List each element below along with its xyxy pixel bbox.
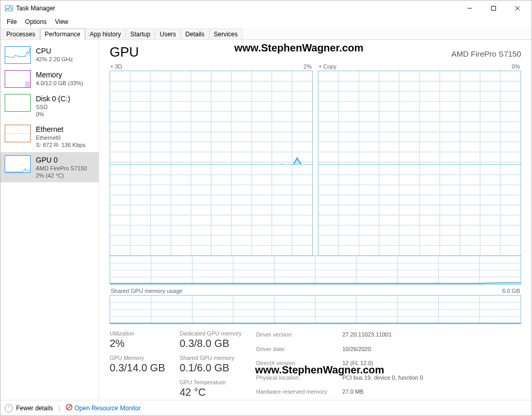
sidebar-gpu0-sub1: AMD FirePro S7150: [36, 165, 87, 172]
driver-date-v: 10/26/2020: [342, 345, 371, 354]
tab-details[interactable]: Details: [181, 29, 209, 40]
svg-line-104: [67, 405, 71, 409]
driver-version-v: 27.20.11023.11001: [342, 330, 392, 340]
tabs: Processes Performance App history Startu…: [1, 28, 531, 40]
open-resource-monitor-link[interactable]: Open Resource Monitor: [65, 404, 141, 412]
maximize-button[interactable]: [482, 1, 506, 16]
watermark-text-2: www.StephenWagner.com: [255, 364, 384, 376]
sidebar-disk0-sub2: 0%: [36, 111, 70, 118]
gpu-memory-value: 0.3/14.0 GB: [110, 362, 165, 374]
disk-thumb-icon: [5, 94, 31, 112]
chart-video-decode: ▾Video Decode 0%: [318, 157, 521, 245]
gpu-thumb-icon: [5, 155, 31, 173]
chart-copy: ▾Copy 0%: [318, 63, 521, 152]
sidebar: CPU 42% 2.20 GHz Memory 4.0/12.0 GB (33%…: [1, 40, 99, 400]
svg-rect-5: [25, 82, 30, 87]
chevron-down-icon[interactable]: ▾: [319, 64, 322, 69]
sidebar-memory-title: Memory: [36, 70, 83, 79]
chart-vdec-plot[interactable]: [318, 164, 521, 266]
sidebar-item-ethernet[interactable]: Ethernet Ethernet0 S: 872 R: 136 Kbps: [1, 122, 99, 152]
sidebar-ethernet-sub2: S: 872 R: 136 Kbps: [36, 141, 85, 149]
dedicated-label: Dedicated GPU memory: [180, 330, 242, 337]
memory-thumb-icon: [5, 70, 31, 88]
chart-3d-plot[interactable]: [110, 71, 313, 173]
sidebar-gpu0-sub2: 2% (42 °C): [36, 172, 87, 179]
resource-monitor-icon: [65, 404, 73, 412]
sidebar-cpu-sub: 42% 2.20 GHz: [36, 56, 73, 63]
tab-users[interactable]: Users: [155, 29, 180, 40]
tab-startup[interactable]: Startup: [126, 29, 155, 40]
titlebar: Task Manager: [1, 1, 531, 16]
temp-value: 42 °C: [180, 386, 242, 398]
body: CPU 42% 2.20 GHz Memory 4.0/12.0 GB (33%…: [1, 40, 531, 400]
chart-shared-label: Shared GPU memory usage: [111, 288, 182, 294]
ethernet-thumb-icon: [5, 125, 31, 142]
chart-3d: ▾3D 2%: [110, 63, 313, 152]
chart-copy-plot[interactable]: [318, 71, 521, 173]
open-resource-monitor-label: Open Resource Monitor: [75, 405, 141, 412]
menu-view[interactable]: View: [51, 17, 73, 27]
sidebar-item-memory[interactable]: Memory 4.0/12.0 GB (33%): [1, 67, 99, 91]
sidebar-item-cpu[interactable]: CPU 42% 2.20 GHz: [1, 43, 99, 67]
close-button[interactable]: [506, 1, 529, 16]
sidebar-gpu0-title: GPU 0: [36, 155, 87, 165]
menu-options[interactable]: Options: [21, 17, 50, 27]
hwres-k: Hardware reserved memory:: [256, 387, 334, 397]
sidebar-ethernet-sub1: Ethernet0: [36, 134, 85, 141]
gpu-device-name: AMD FirePro S7150: [451, 49, 521, 58]
driver-date-k: Driver date:: [256, 345, 334, 354]
utilization-label: Utilization: [110, 330, 165, 337]
chart-dedicated-plot[interactable]: [110, 256, 521, 285]
watermark-text: www.StephenWagner.com: [234, 42, 364, 54]
shared-label: Shared GPU memory: [180, 355, 242, 361]
minimize-button[interactable]: [458, 1, 482, 16]
chart-video-encode: ▾Video Encode 0%: [110, 157, 313, 245]
chart-shared: Shared GPU memory usage 6.0 GB: [110, 288, 521, 324]
separator: |: [58, 405, 60, 412]
cpu-thumb-icon: [5, 46, 31, 64]
svg-rect-2: [491, 6, 496, 10]
sidebar-disk0-title: Disk 0 (C:): [36, 94, 70, 103]
taskmanager-icon: [5, 4, 13, 12]
fewer-details-link[interactable]: Fewer details: [16, 405, 53, 412]
hwres-v: 27.0 MB: [342, 387, 364, 397]
utilization-value: 2%: [110, 338, 165, 350]
sidebar-item-disk0[interactable]: Disk 0 (C:) SSD 0%: [1, 91, 99, 122]
menubar: File Options View: [1, 16, 531, 28]
tab-app-history[interactable]: App history: [85, 29, 126, 40]
sidebar-cpu-title: CPU: [36, 46, 73, 56]
dedicated-value: 0.3/8.0 GB: [180, 338, 242, 350]
footer: ˄ Fewer details | Open Resource Monitor: [1, 400, 531, 415]
chart-copy-label[interactable]: Copy: [323, 63, 337, 70]
sidebar-item-gpu0[interactable]: GPU 0 AMD FirePro S7150 2% (42 °C): [1, 152, 99, 183]
chart-shared-plot[interactable]: [110, 295, 521, 324]
chart-3d-value: 2%: [303, 63, 312, 70]
gpu-stats: Utilization 2% GPU Memory 0.3/14.0 GB De…: [110, 330, 521, 398]
chart-venc-plot[interactable]: [110, 164, 313, 266]
chevron-up-icon[interactable]: ˄: [5, 404, 13, 412]
shared-value: 0.1/6.0 GB: [180, 362, 242, 374]
tab-processes[interactable]: Processes: [2, 29, 40, 40]
driver-version-k: Driver version:: [256, 330, 334, 340]
chart-copy-value: 0%: [512, 63, 520, 70]
gpu-memory-label: GPU Memory: [110, 355, 165, 361]
sidebar-memory-sub: 4.0/12.0 GB (33%): [36, 79, 83, 87]
temp-label: GPU Temperature: [180, 379, 242, 385]
tab-performance[interactable]: Performance: [40, 29, 85, 40]
chevron-down-icon[interactable]: ▾: [111, 64, 113, 69]
chart-shared-max: 6.0 GB: [502, 288, 520, 294]
page-title: GPU: [110, 44, 139, 60]
tab-services[interactable]: Services: [209, 29, 243, 40]
menu-file[interactable]: File: [3, 17, 21, 27]
chart-3d-label[interactable]: 3D: [115, 63, 122, 70]
window-title: Task Manager: [16, 5, 55, 12]
sidebar-ethernet-title: Ethernet: [36, 125, 85, 134]
main-panel: GPU www.StephenWagner.com AMD FirePro S7…: [99, 40, 531, 400]
sidebar-disk0-sub1: SSD: [36, 103, 70, 111]
